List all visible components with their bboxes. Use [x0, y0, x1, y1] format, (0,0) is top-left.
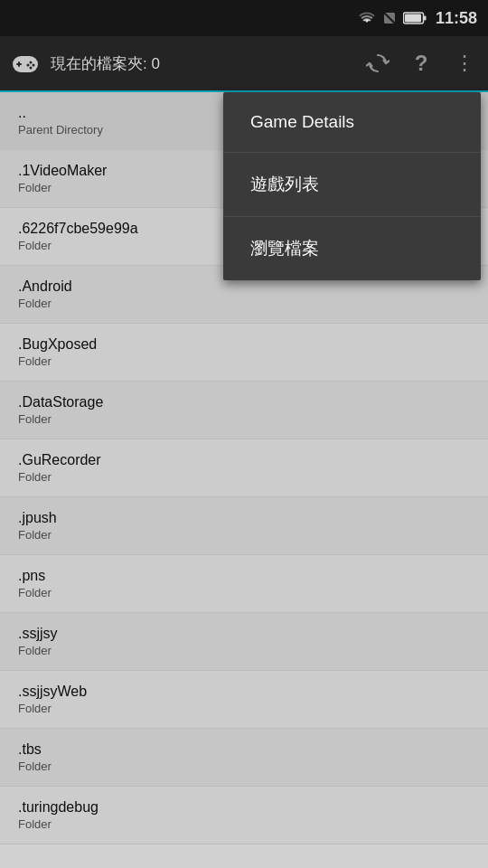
dropdown-menu: Game Details遊戲列表瀏覽檔案 [223, 92, 481, 280]
menu-item-game-details[interactable]: Game Details [223, 92, 481, 153]
menu-item-browse-files[interactable]: 瀏覽檔案 [223, 217, 481, 280]
menu-item-game-list[interactable]: 遊戲列表 [223, 153, 481, 217]
